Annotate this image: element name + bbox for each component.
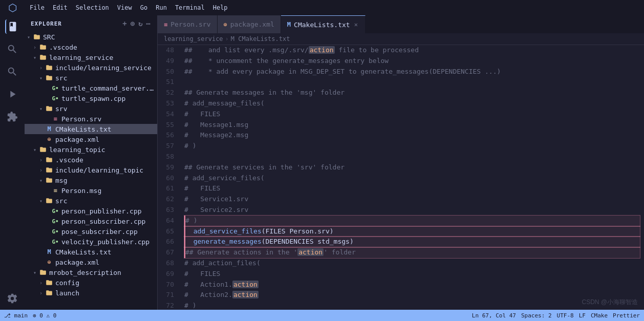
sidebar-item-pose_sub[interactable]: G•pose_subscriber.cpp	[25, 226, 157, 237]
line-number-63: 63	[162, 205, 174, 216]
sidebar-item-vscode_lt[interactable]: ›.vscode	[25, 155, 157, 165]
line-number-48: 48	[162, 45, 174, 56]
tree-file-icon-person_msg: ≡	[51, 186, 59, 195]
sidebar-item-person_pub[interactable]: G•person_publisher.cpp	[25, 206, 157, 216]
status-errors[interactable]: ⊗ 0 ⚠ 0	[33, 312, 56, 319]
sidebar-item-srv[interactable]: ▾srv	[25, 103, 157, 114]
sidebar-item-turtle_cmd[interactable]: G•turtle_command_server.cpp	[25, 83, 157, 93]
tree-label-package_lt: package.xml	[55, 259, 99, 266]
code-line-64: # )	[184, 216, 640, 226]
code-line-48: ## and list every .msg/.srv/action file …	[184, 45, 640, 56]
tree-label-msg_lt: msg	[55, 177, 67, 184]
tree-file-icon-srv	[45, 104, 53, 113]
menu-view[interactable]: View	[117, 4, 132, 11]
status-cursor: Ln 67, Col 47	[472, 312, 516, 319]
breadcrumb-part1[interactable]: learning_service	[164, 35, 223, 42]
sidebar-item-cmake_lt[interactable]: MCMakeLists.txt	[25, 247, 157, 257]
menu-selection[interactable]: Selection	[76, 4, 109, 11]
tab-close-cmake[interactable]: ✕	[353, 20, 359, 29]
sidebar-item-include_ls[interactable]: ›include/learning_service	[25, 62, 157, 73]
menu-bar[interactable]: File Edit Selection View Go Run Terminal…	[30, 4, 228, 11]
activity-extensions-icon[interactable]	[5, 110, 19, 124]
menu-terminal[interactable]: Terminal	[175, 4, 205, 11]
code-line-60: # add_service_files(	[184, 173, 640, 184]
collapse-icon[interactable]: ⋯	[146, 19, 151, 28]
menu-edit[interactable]: Edit	[53, 4, 68, 11]
tree-label-cmake_ls: CMakeLists.txt	[55, 125, 112, 133]
sidebar-item-person_sub[interactable]: G•person_subscriber.cpp	[25, 216, 157, 226]
sidebar-item-include_lt[interactable]: ›include/learning_topic	[25, 165, 157, 175]
menu-help[interactable]: Help	[213, 4, 228, 11]
sidebar-item-learning_topic[interactable]: ▾learning_topic	[25, 144, 157, 155]
sidebar-item-launch[interactable]: ›launch	[25, 288, 157, 298]
new-folder-icon[interactable]: ⊕	[131, 19, 135, 28]
tree-label-person_sub: person_subscriber.cpp	[61, 218, 145, 225]
code-line-53: # add_message_files(	[184, 98, 640, 109]
menu-run[interactable]: Run	[156, 4, 167, 11]
tree-file-icon-mrobot_desc	[39, 268, 47, 276]
breadcrumb-part2[interactable]: M CMakeLists.txt	[231, 35, 290, 42]
code-line-72: # )	[184, 301, 640, 310]
line-number-58: 58	[162, 152, 174, 162]
menu-file[interactable]: File	[30, 4, 45, 11]
line-number-55: 55	[162, 120, 174, 131]
tree-label-launch: launch	[55, 289, 79, 297]
tree-label-turtle_cmd: turtle_command_server.cpp	[61, 84, 157, 92]
activity-search-icon[interactable]	[5, 42, 19, 56]
sidebar-header-actions[interactable]: + ⊕ ↻ ⋯	[122, 19, 151, 28]
tab-icon-cmake: M	[287, 21, 291, 28]
code-line-61: # FILES	[184, 183, 640, 194]
sidebar-item-cmake_ls[interactable]: MCMakeLists.txt	[25, 124, 157, 134]
tree-file-icon-src_lt	[45, 197, 53, 205]
code-line-69: # FILES	[184, 269, 640, 280]
sidebar-item-vel_pub[interactable]: G•velocity_publisher.cpp	[25, 237, 157, 247]
sidebar-item-src_ls[interactable]: ▾src	[25, 73, 157, 83]
status-git-icon[interactable]: ⎇ main	[4, 312, 28, 319]
tree-arrow-launch: ›	[37, 290, 45, 296]
status-formatter[interactable]: Prettier	[613, 312, 640, 319]
tree-file-icon-pose_sub: G•	[51, 227, 59, 236]
tree-label-mrobot_desc: mrobot_description	[49, 269, 121, 276]
line-number-71: 71	[162, 290, 174, 301]
new-file-icon[interactable]: +	[122, 19, 127, 28]
status-language[interactable]: CMake	[591, 312, 608, 319]
tree-label-vscode: .vscode	[49, 44, 77, 51]
activity-settings-icon[interactable]	[5, 291, 19, 306]
sidebar-item-msg_lt[interactable]: ▾msg	[25, 175, 157, 185]
sidebar-item-config[interactable]: ›config	[25, 277, 157, 288]
tree-label-src_lt: src	[55, 197, 67, 205]
sidebar-item-src_lt[interactable]: ▾src	[25, 196, 157, 206]
code-editor[interactable]: 4849505152535455565758596061626364656667…	[158, 45, 644, 310]
sidebar-item-package_ls[interactable]: ⊕package.xml	[25, 134, 157, 144]
sidebar-item-mrobot_desc[interactable]: ▾mrobot_description	[25, 267, 157, 277]
line-number-61: 61	[162, 183, 174, 194]
tree-arrow-src-root: ▾	[25, 34, 33, 40]
code-line-62: # Service1.srv	[184, 194, 640, 205]
sidebar-item-learning_service[interactable]: ▾learning_service	[25, 52, 157, 62]
menu-go[interactable]: Go	[140, 4, 147, 11]
sidebar-item-src-root[interactable]: ▾SRC	[25, 32, 157, 42]
activity-source-control-icon[interactable]	[5, 65, 19, 79]
code-line-65: add_service_files(FILES Person.srv)	[184, 226, 640, 237]
tree-arrow-vscode_lt: ›	[37, 157, 45, 163]
sidebar-item-turtle_spawn[interactable]: G•turtle_spawn.cpp	[25, 93, 157, 103]
tree-label-srv: srv	[55, 105, 67, 113]
refresh-icon[interactable]: ↻	[138, 19, 143, 28]
activity-run-icon[interactable]	[5, 87, 19, 101]
activity-explorer-icon[interactable]	[5, 19, 19, 34]
tab-person-srv[interactable]: ≡ Person.srv	[158, 15, 218, 33]
tree-label-turtle_spawn: turtle_spawn.cpp	[61, 95, 125, 102]
tab-cmake[interactable]: M CMakeLists.txt ✕	[281, 15, 366, 33]
sidebar-item-person_srv[interactable]: ≡Person.srv	[25, 114, 157, 124]
sidebar-item-package_lt[interactable]: ⊕package.xml	[25, 257, 157, 267]
sidebar-item-person_msg[interactable]: ≡Person.msg	[25, 185, 157, 196]
tree-arrow-learning_topic: ▾	[31, 147, 39, 153]
tab-package-xml[interactable]: ⊕ package.xml	[218, 15, 281, 33]
line-number-49: 49	[162, 56, 174, 67]
code-line-54: # FILES	[184, 109, 640, 120]
tree-label-include_lt: include/learning_topic	[55, 166, 143, 174]
status-eol: LF	[579, 312, 586, 319]
line-number-66: 66	[162, 237, 174, 247]
tree-file-icon-config	[45, 279, 53, 287]
sidebar-item-vscode[interactable]: ›.vscode	[25, 42, 157, 52]
